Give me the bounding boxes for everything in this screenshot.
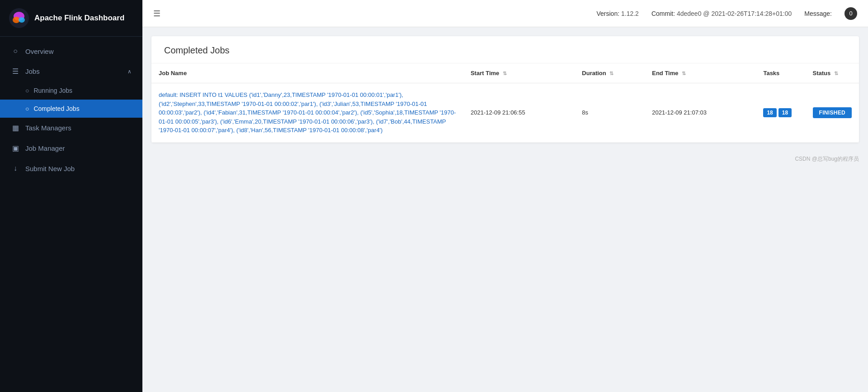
jobs-table: Job Name Start Time ⇅ Duration ⇅ End Tim… xyxy=(151,63,859,143)
hamburger-icon[interactable]: ☰ xyxy=(153,9,160,19)
job-manager-label: Job Manager xyxy=(25,144,132,152)
status-sort-icon: ⇅ xyxy=(834,71,838,76)
commit-info: Commit: 4dedee0 @ 2021-02-26T17:14:28+01… xyxy=(651,10,792,17)
commit-value: 4dedee0 @ 2021-02-26T17:14:28+01:00 xyxy=(677,10,792,17)
sidebar: Apache Flink Dashboard ○ Overview ☰ Jobs… xyxy=(0,0,142,392)
running-jobs-label: Running Jobs xyxy=(33,87,72,94)
sidebar-header: Apache Flink Dashboard xyxy=(0,0,142,37)
version-label: Version: xyxy=(596,10,619,17)
status-cell: FINISHED xyxy=(806,83,859,143)
tasks-finished-badge: 18 xyxy=(763,108,776,117)
submit-job-icon: ↓ xyxy=(11,164,20,172)
end-time-sort-icon: ⇅ xyxy=(682,71,686,76)
th-duration[interactable]: Duration ⇅ xyxy=(575,63,645,83)
end-time-cell: 2021-12-09 21:07:03 xyxy=(645,83,756,143)
message-label: Message: xyxy=(804,10,832,17)
completed-jobs-icon: ○ xyxy=(25,105,29,112)
page-title: Completed Jobs xyxy=(164,45,846,56)
sidebar-item-job-manager[interactable]: ▣ Job Manager xyxy=(0,138,142,158)
svg-point-3 xyxy=(19,17,25,23)
topbar: ☰ Version: 1.12.2 Commit: 4dedee0 @ 2021… xyxy=(142,0,868,27)
sidebar-item-task-managers[interactable]: ▦ Task Managers xyxy=(0,118,142,138)
start-time-cell: 2021-12-09 21:06:55 xyxy=(463,83,575,143)
card-header: Completed Jobs xyxy=(151,36,859,63)
th-status[interactable]: Status ⇅ xyxy=(806,63,859,83)
sidebar-item-running-jobs[interactable]: ○ Running Jobs xyxy=(0,81,142,100)
tasks-cell: 18 18 xyxy=(756,83,805,143)
sidebar-item-completed-jobs[interactable]: ○ Completed Jobs xyxy=(0,100,142,118)
th-job-name[interactable]: Job Name xyxy=(151,63,463,83)
task-managers-label: Task Managers xyxy=(25,124,132,132)
tasks-badges: 18 18 xyxy=(763,108,798,117)
job-manager-icon: ▣ xyxy=(11,144,20,153)
task-managers-icon: ▦ xyxy=(11,124,20,132)
completed-jobs-card: Completed Jobs Job Name Start Time ⇅ Dur… xyxy=(151,36,859,143)
message-info: Message: xyxy=(804,10,832,17)
duration-sort-icon: ⇅ xyxy=(609,71,613,76)
sidebar-item-jobs[interactable]: ☰ Jobs ∧ xyxy=(0,61,142,81)
duration-cell: 8s xyxy=(575,83,645,143)
message-badge[interactable]: 0 xyxy=(844,7,857,20)
submit-new-job-label: Submit New Job xyxy=(25,165,132,172)
sidebar-item-overview[interactable]: ○ Overview xyxy=(0,41,142,61)
completed-jobs-label: Completed Jobs xyxy=(33,105,79,112)
main-content: ☰ Version: 1.12.2 Commit: 4dedee0 @ 2021… xyxy=(142,0,868,392)
app-logo xyxy=(9,8,29,28)
version-value: 1.12.2 xyxy=(621,10,639,17)
commit-label: Commit: xyxy=(651,10,675,17)
tasks-total-badge: 18 xyxy=(778,108,792,117)
sidebar-jobs-label: Jobs xyxy=(25,67,127,75)
th-end-time[interactable]: End Time ⇅ xyxy=(645,63,756,83)
topbar-left: ☰ xyxy=(153,9,160,19)
overview-icon: ○ xyxy=(11,47,20,55)
table-body: default: INSERT INTO t1 VALUES ('id1','D… xyxy=(151,83,859,143)
start-time-sort-icon: ⇅ xyxy=(503,71,507,76)
job-name-link[interactable]: default: INSERT INTO t1 VALUES ('id1','D… xyxy=(159,91,456,134)
sidebar-item-submit-new-job[interactable]: ↓ Submit New Job xyxy=(0,158,142,178)
jobs-arrow-icon: ∧ xyxy=(127,68,132,75)
th-tasks[interactable]: Tasks xyxy=(756,63,805,83)
version-info: Version: 1.12.2 xyxy=(596,10,638,17)
content-area: Completed Jobs Job Name Start Time ⇅ Dur… xyxy=(142,27,868,392)
running-jobs-icon: ○ xyxy=(25,87,29,94)
job-name-cell: default: INSERT INTO t1 VALUES ('id1','D… xyxy=(151,83,463,143)
jobs-icon: ☰ xyxy=(11,67,20,76)
table-header: Job Name Start Time ⇅ Duration ⇅ End Tim… xyxy=(151,63,859,83)
th-start-time[interactable]: Start Time ⇅ xyxy=(463,63,575,83)
app-title: Apache Flink Dashboard xyxy=(34,14,124,23)
status-badge: FINISHED xyxy=(813,107,852,118)
footer-watermark: CSDN @总写bug的程序员 xyxy=(142,152,868,167)
sidebar-nav: ○ Overview ☰ Jobs ∧ ○ Running Jobs ○ Com… xyxy=(0,37,142,392)
table-row: default: INSERT INTO t1 VALUES ('id1','D… xyxy=(151,83,859,143)
sidebar-item-label: Overview xyxy=(25,48,132,55)
topbar-right: Version: 1.12.2 Commit: 4dedee0 @ 2021-0… xyxy=(596,7,857,20)
